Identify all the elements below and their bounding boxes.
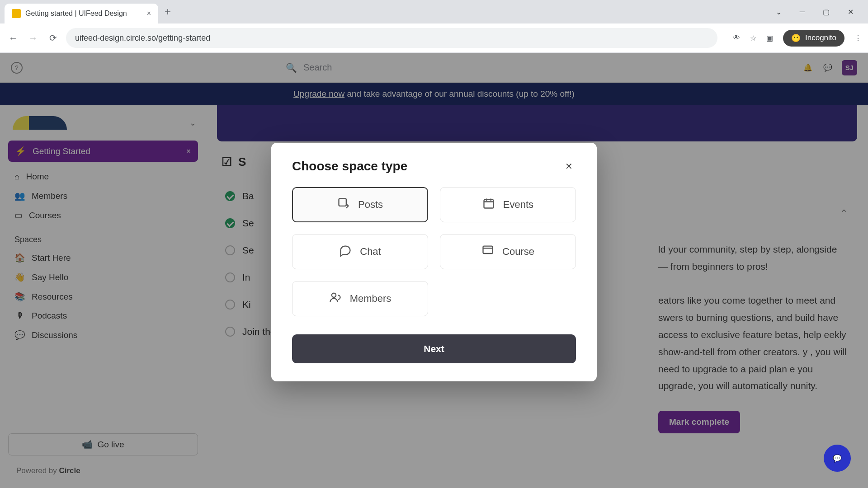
space-type-label: Events [503,199,533,211]
star-icon[interactable]: ☆ [750,34,756,42]
tab-bar: Getting started | UIFeed Design × + ⌄ ─ … [0,0,868,23]
svg-point-3 [331,293,335,297]
eye-off-icon[interactable]: 👁 [733,34,740,42]
incognito-label: Incognito [805,33,836,42]
browser-tab[interactable]: Getting started | UIFeed Design × [5,4,158,23]
space-type-events[interactable]: Events [440,187,576,222]
svg-rect-2 [483,246,493,253]
space-type-label: Chat [360,246,381,258]
menu-icon[interactable]: ⋮ [854,34,862,42]
incognito-indicator[interactable]: 😶 Incognito [783,30,844,47]
chat-icon [339,244,352,259]
modal-close-button[interactable]: ✕ [561,159,576,174]
window-controls: ⌄ ─ ▢ ✕ [776,8,863,16]
space-type-chat[interactable]: Chat [292,234,428,269]
address-bar: ← → ⟳ uifeed-design.circle.so/getting-st… [0,23,868,53]
minimize-icon[interactable]: ─ [800,8,805,16]
space-type-course[interactable]: Course [440,234,576,269]
url-text: uifeed-design.circle.so/getting-started [75,33,210,43]
chevron-down-icon[interactable]: ⌄ [776,8,782,16]
back-button[interactable]: ← [6,31,20,45]
close-window-icon[interactable]: ✕ [848,8,854,16]
events-icon [482,197,495,212]
svg-rect-0 [339,199,346,206]
close-tab-icon[interactable]: × [147,9,151,18]
url-input[interactable]: uifeed-design.circle.so/getting-started [66,28,717,48]
course-icon [481,244,494,259]
address-bar-right: 👁 ☆ ▣ 😶 Incognito ⋮ [733,30,862,47]
favicon-icon [12,9,21,18]
space-type-label: Members [350,293,392,305]
chat-bubble-icon: 💬 [833,454,842,463]
panel-icon[interactable]: ▣ [766,34,773,42]
browser-chrome: Getting started | UIFeed Design × + ⌄ ─ … [0,0,868,53]
maximize-icon[interactable]: ▢ [823,8,830,16]
space-type-label: Posts [358,199,383,211]
choose-space-type-modal: Choose space type ✕ PostsEventsChatCours… [271,143,597,381]
modal-header: Choose space type ✕ [292,159,576,174]
reload-button[interactable]: ⟳ [46,31,60,45]
tab-title: Getting started | UIFeed Design [25,9,142,18]
forward-button[interactable]: → [26,31,40,45]
posts-icon [337,197,350,212]
svg-rect-1 [484,200,493,208]
members-icon [329,291,342,306]
space-type-grid: PostsEventsChatCourseMembers [292,187,576,316]
space-type-label: Course [502,246,534,258]
modal-title: Choose space type [292,159,407,174]
next-button[interactable]: Next [292,334,576,363]
space-type-posts[interactable]: Posts [292,187,428,222]
incognito-icon: 😶 [791,33,801,43]
new-tab-button[interactable]: + [165,5,171,18]
support-chat-button[interactable]: 💬 [824,445,851,472]
space-type-members[interactable]: Members [292,281,428,316]
